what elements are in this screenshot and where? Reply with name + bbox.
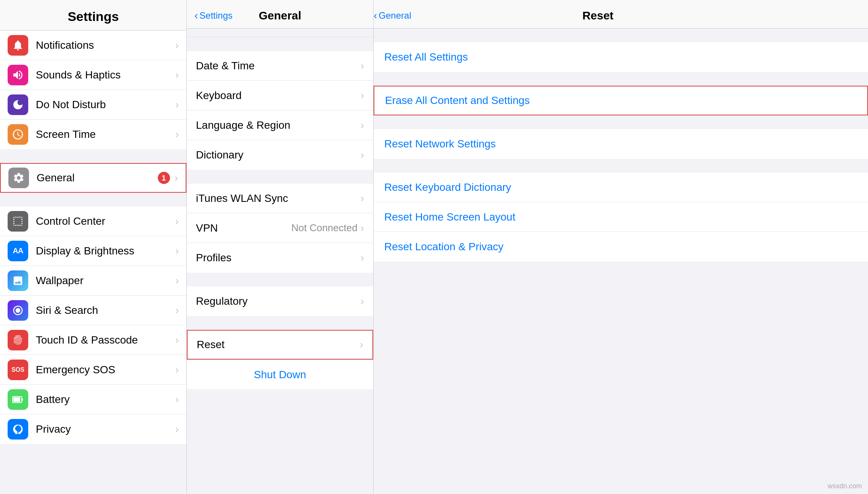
- general-back-button[interactable]: ‹ Settings: [194, 10, 233, 22]
- reset-item-allsettings[interactable]: Reset All Settings: [374, 42, 868, 72]
- general-item-vpn[interactable]: VPN Not Connected ›: [187, 213, 373, 243]
- gen-sep3: [187, 316, 373, 330]
- general-item-reset[interactable]: Reset ›: [187, 330, 373, 360]
- general-item-keyboard[interactable]: Keyboard ›: [187, 81, 373, 110]
- general-group4: Reset ›: [187, 330, 373, 360]
- general-sep-above-group1: [187, 37, 373, 51]
- resetallsettings-label: Reset All Settings: [384, 51, 857, 63]
- sounds-chevron: ›: [175, 69, 179, 81]
- language-chevron: ›: [361, 119, 364, 131]
- notifications-icon: [8, 35, 28, 56]
- reset-column: ‹ General Reset Reset All Settings Erase…: [374, 0, 868, 494]
- emergencysos-label: Emergency SOS: [36, 364, 175, 376]
- settings-item-wallpaper[interactable]: Wallpaper ›: [0, 266, 186, 296]
- profiles-chevron: ›: [361, 252, 364, 264]
- displaybrightness-label: Display & Brightness: [36, 245, 175, 257]
- controlcenter-chevron: ›: [175, 215, 179, 227]
- notifications-chevron: ›: [175, 39, 179, 51]
- screentime-chevron: ›: [175, 128, 179, 141]
- sounds-label: Sounds & Haptics: [36, 69, 175, 81]
- gen-sep2: [187, 273, 373, 286]
- settings-item-battery[interactable]: Battery ›: [0, 385, 186, 414]
- settings-item-sounds[interactable]: Sounds & Haptics ›: [0, 60, 186, 90]
- keyboard-chevron: ›: [361, 90, 364, 102]
- gen-sep1: [187, 170, 373, 184]
- touchid-chevron: ›: [175, 334, 179, 346]
- svg-rect-3: [22, 398, 23, 401]
- sep2: [0, 193, 186, 206]
- reset-list: Reset All Settings Erase All Content and…: [374, 29, 868, 494]
- ituneswlan-label: iTunes WLAN Sync: [196, 192, 361, 205]
- sep3: [0, 444, 186, 458]
- settings-group3: Control Center › AA Display & Brightness…: [0, 206, 186, 444]
- settings-list: Notifications › Sounds & Haptics › Do No…: [0, 30, 186, 494]
- reset-chevron: ›: [360, 339, 363, 351]
- settings-item-notifications[interactable]: Notifications ›: [0, 30, 186, 60]
- vpn-label: VPN: [196, 222, 291, 234]
- battery-icon: [8, 389, 28, 410]
- settings-item-donotdisturb[interactable]: Do Not Disturb ›: [0, 90, 186, 120]
- sirisearch-chevron: ›: [175, 304, 179, 317]
- datetime-label: Date & Time: [196, 60, 361, 72]
- controlcenter-icon: [8, 211, 28, 232]
- general-group1: Date & Time › Keyboard › Language & Regi…: [187, 51, 373, 170]
- reset-header: ‹ General Reset: [374, 0, 868, 29]
- reset-back-button[interactable]: ‹ General: [374, 10, 411, 22]
- wallpaper-icon: [8, 270, 28, 291]
- profiles-label: Profiles: [196, 252, 361, 264]
- sep1: [0, 149, 186, 163]
- battery-label: Battery: [36, 393, 175, 406]
- reset-label: Reset: [197, 339, 360, 351]
- reset-group1: Reset All Settings: [374, 42, 868, 72]
- settings-item-screentime[interactable]: Screen Time ›: [0, 120, 186, 149]
- settings-item-touchid[interactable]: Touch ID & Passcode ›: [0, 325, 186, 355]
- settings-item-general[interactable]: General 1 ›: [0, 163, 186, 193]
- general-icon: [8, 168, 29, 188]
- shutdown-item[interactable]: Shut Down: [187, 360, 373, 389]
- shutdown-label: Shut Down: [254, 369, 306, 381]
- reset-item-network[interactable]: Reset Network Settings: [374, 129, 868, 159]
- keyboard-label: Keyboard: [196, 90, 361, 102]
- general-top-filler: [187, 29, 373, 37]
- sounds-icon: [8, 65, 28, 85]
- settings-item-controlcenter[interactable]: Control Center ›: [0, 206, 186, 236]
- svg-point-0: [16, 308, 21, 313]
- settings-header: Settings: [0, 0, 186, 30]
- general-item-datetime[interactable]: Date & Time ›: [187, 51, 373, 81]
- settings-item-emergencysos[interactable]: SOS Emergency SOS ›: [0, 355, 186, 385]
- general-chevron: ›: [175, 172, 178, 184]
- settings-item-privacy[interactable]: Privacy ›: [0, 414, 186, 444]
- notifications-label: Notifications: [36, 39, 175, 51]
- general-item-profiles[interactable]: Profiles ›: [187, 243, 373, 273]
- privacy-icon: [8, 419, 28, 440]
- emergencysos-icon: SOS: [8, 360, 28, 380]
- donotdisturb-label: Do Not Disturb: [36, 99, 175, 111]
- settings-item-displaybrightness[interactable]: AA Display & Brightness ›: [0, 236, 186, 266]
- displaybrightness-icon: AA: [8, 241, 28, 261]
- reset-nav: ‹ General Reset: [381, 9, 860, 22]
- touchid-label: Touch ID & Passcode: [36, 334, 175, 346]
- general-item-ituneswlan[interactable]: iTunes WLAN Sync ›: [187, 184, 373, 213]
- reset-back-chevron-icon: ‹: [374, 10, 377, 22]
- general-badge: 1: [158, 172, 170, 184]
- reset-item-locationprivacy[interactable]: Reset Location & Privacy: [374, 232, 868, 262]
- resetlocation-label: Reset Location & Privacy: [384, 241, 857, 253]
- settings-column: Settings Notifications › Sounds & Haptic…: [0, 0, 187, 494]
- displaybrightness-chevron: ›: [175, 245, 179, 257]
- sirisearch-label: Siri & Search: [36, 304, 175, 317]
- svg-rect-4: [13, 397, 20, 402]
- settings-group2: General 1 ›: [0, 163, 186, 193]
- general-item-dictionary[interactable]: Dictionary ›: [187, 140, 373, 170]
- reset-item-keyboard[interactable]: Reset Keyboard Dictionary: [374, 173, 868, 202]
- resetkeyboard-label: Reset Keyboard Dictionary: [384, 181, 857, 193]
- battery-chevron: ›: [175, 393, 179, 406]
- reset-item-homescreen[interactable]: Reset Home Screen Layout: [374, 202, 868, 232]
- settings-group1: Notifications › Sounds & Haptics › Do No…: [0, 30, 186, 149]
- privacy-chevron: ›: [175, 423, 179, 435]
- language-label: Language & Region: [196, 119, 361, 131]
- settings-item-sirisearch[interactable]: Siri & Search ›: [0, 296, 186, 325]
- general-item-language[interactable]: Language & Region ›: [187, 110, 373, 140]
- reset-item-eraseall[interactable]: Erase All Content and Settings: [374, 86, 868, 115]
- general-item-regulatory[interactable]: Regulatory ›: [187, 286, 373, 316]
- touchid-icon: [8, 330, 28, 350]
